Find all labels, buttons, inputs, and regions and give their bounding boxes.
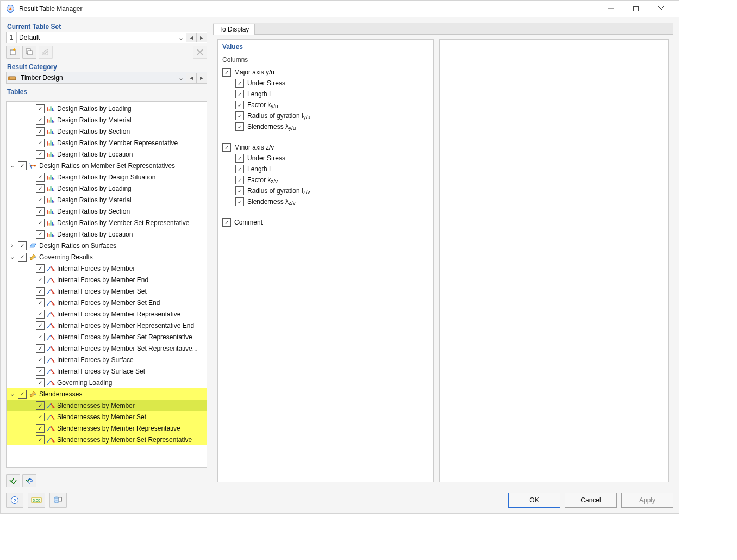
tree-leaf[interactable]: Design Ratios by Material: [7, 114, 207, 126]
cancel-button[interactable]: Cancel: [565, 493, 617, 508]
checkbox[interactable]: [222, 143, 231, 152]
checkbox[interactable]: [235, 176, 244, 184]
tree-leaf[interactable]: Design Ratios by Location: [7, 148, 207, 160]
tree-leaf[interactable]: Design Ratios by Member Set Representati…: [7, 217, 207, 228]
tree-leaf[interactable]: Design Ratios by Section: [7, 206, 207, 217]
checkbox[interactable]: [36, 207, 45, 216]
tree-leaf[interactable]: Internal Forces by Member Set: [7, 285, 207, 297]
checkbox[interactable]: [235, 122, 244, 131]
tree-leaf[interactable]: Internal Forces by Member: [7, 263, 207, 274]
tree-leaf[interactable]: Slendernesses by Member Set: [7, 411, 207, 422]
tree-leaf[interactable]: Internal Forces by Member Set End: [7, 297, 207, 308]
new-table-set-button[interactable]: [6, 46, 20, 59]
tree-leaf[interactable]: Design Ratios by Location: [7, 228, 207, 240]
units-button[interactable]: 0,00: [28, 493, 45, 508]
minimize-button[interactable]: [598, 1, 623, 17]
checkbox[interactable]: [36, 104, 45, 113]
tree-leaf[interactable]: Internal Forces by Member Set Representa…: [7, 331, 207, 343]
checkbox[interactable]: [36, 276, 45, 284]
close-button[interactable]: [648, 1, 673, 17]
checkbox[interactable]: [235, 90, 244, 98]
checkbox[interactable]: [222, 218, 231, 227]
column-item[interactable]: Factor ky/u: [235, 101, 429, 109]
column-item[interactable]: Radius of gyration iz/v: [235, 186, 429, 195]
checkbox[interactable]: [36, 310, 45, 319]
chevron-down-icon[interactable]: ⌄: [176, 34, 186, 41]
tree-leaf[interactable]: Internal Forces by Member End: [7, 274, 207, 285]
checkbox[interactable]: [36, 333, 45, 341]
checkbox[interactable]: [18, 390, 27, 399]
checkbox[interactable]: [36, 356, 45, 364]
expander-icon[interactable]: ⌄: [8, 252, 16, 262]
column-item[interactable]: Factor kz/v: [235, 176, 429, 184]
checkbox[interactable]: [18, 161, 27, 170]
checkbox[interactable]: [36, 298, 45, 307]
ok-button[interactable]: OK: [508, 493, 560, 508]
tree-leaf[interactable]: Slendernesses by Member Representative: [7, 422, 207, 434]
rename-table-set-button[interactable]: [39, 46, 53, 59]
checkbox[interactable]: [36, 219, 45, 227]
checkbox[interactable]: [36, 367, 45, 376]
checkbox[interactable]: [36, 184, 45, 193]
tree-node[interactable]: ›Design Ratios on Surfaces: [7, 240, 207, 251]
checkbox[interactable]: [36, 344, 45, 353]
tree-leaf[interactable]: Design Ratios by Design Situation: [7, 171, 207, 183]
column-item[interactable]: Length L: [235, 165, 429, 173]
column-group[interactable]: Comment: [222, 218, 429, 227]
checkbox[interactable]: [36, 139, 45, 147]
checkbox[interactable]: [36, 116, 45, 125]
tables-tree-scroll[interactable]: Design Ratios by LoadingDesign Ratios by…: [7, 102, 207, 467]
checkbox[interactable]: [36, 435, 45, 444]
tree-leaf[interactable]: Internal Forces by Member Set Representa…: [7, 343, 207, 354]
checkbox[interactable]: [18, 241, 27, 250]
tree-node[interactable]: ⌄Governing Results: [7, 251, 207, 263]
tree-leaf[interactable]: Internal Forces by Member Representative…: [7, 320, 207, 331]
prev-category[interactable]: ◂: [186, 73, 196, 83]
chevron-down-icon[interactable]: ⌄: [176, 74, 186, 82]
column-item[interactable]: Under Stress: [235, 79, 429, 88]
checkbox[interactable]: [36, 401, 45, 410]
checkbox[interactable]: [36, 150, 45, 159]
checkbox[interactable]: [36, 173, 45, 182]
tree-leaf[interactable]: Design Ratios by Material: [7, 194, 207, 206]
tree-node[interactable]: ⌄Slendernesses: [7, 388, 207, 400]
tree-leaf[interactable]: Design Ratios by Member Representative: [7, 137, 207, 148]
delete-table-set-button[interactable]: [193, 46, 207, 59]
result-category-selector[interactable]: Timber Design ⌄ ◂ ▸: [6, 72, 207, 84]
column-item[interactable]: Length L: [235, 90, 429, 98]
checkbox[interactable]: [36, 287, 45, 296]
column-item[interactable]: Slenderness λz/v: [235, 197, 429, 206]
column-item[interactable]: Under Stress: [235, 154, 429, 163]
column-group[interactable]: Major axis y/u: [222, 68, 429, 77]
checkbox[interactable]: [235, 101, 244, 109]
check-all-button[interactable]: [6, 474, 20, 487]
expander-icon[interactable]: ›: [8, 241, 16, 250]
help-button[interactable]: ?: [6, 493, 23, 508]
next-category[interactable]: ▸: [196, 73, 207, 83]
result-category-select[interactable]: Timber Design: [20, 73, 176, 83]
tree-leaf[interactable]: Slendernesses by Member Set Representati…: [7, 434, 207, 445]
expander-icon[interactable]: ⌄: [8, 161, 16, 170]
checkbox[interactable]: [18, 253, 27, 262]
tree-leaf[interactable]: Design Ratios by Section: [7, 126, 207, 137]
checkbox[interactable]: [36, 196, 45, 204]
next-table-set[interactable]: ▸: [196, 33, 207, 42]
checkbox[interactable]: [235, 197, 244, 206]
checkbox[interactable]: [36, 230, 45, 239]
tree-node[interactable]: ⌄Design Ratios on Member Set Representat…: [7, 160, 207, 171]
checkbox[interactable]: [36, 413, 45, 421]
checkbox[interactable]: [36, 378, 45, 387]
expander-icon[interactable]: ⌄: [8, 389, 16, 399]
checkbox[interactable]: [235, 79, 244, 88]
apply-button[interactable]: Apply: [621, 493, 673, 508]
tree-leaf[interactable]: Internal Forces by Member Representative: [7, 308, 207, 320]
checkbox[interactable]: [235, 186, 244, 195]
tab-to-display[interactable]: To Display: [213, 24, 255, 35]
column-group[interactable]: Minor axis z/v: [222, 143, 429, 152]
checkbox[interactable]: [36, 424, 45, 433]
checkbox[interactable]: [235, 165, 244, 173]
checkbox[interactable]: [36, 321, 45, 330]
column-item[interactable]: Radius of gyration iy/u: [235, 111, 429, 120]
tree-leaf[interactable]: Design Ratios by Loading: [7, 103, 207, 114]
duplicate-table-set-button[interactable]: [22, 46, 36, 59]
